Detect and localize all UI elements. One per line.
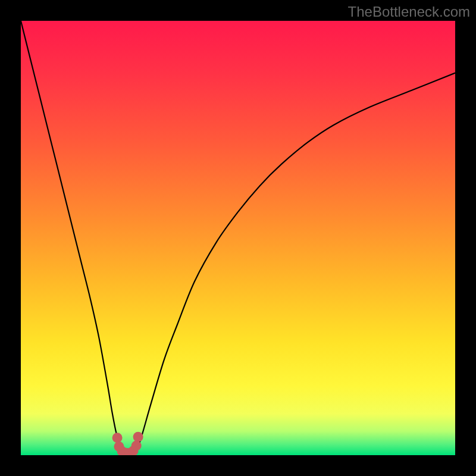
marker-dot bbox=[133, 432, 143, 442]
outer-frame: TheBottleneck.com bbox=[0, 0, 476, 476]
marker-dot bbox=[131, 440, 142, 450]
marker-dot bbox=[112, 433, 123, 443]
plot-area bbox=[21, 21, 455, 455]
gradient-background bbox=[21, 21, 455, 455]
bottleneck-chart bbox=[21, 21, 455, 455]
watermark-text: TheBottleneck.com bbox=[348, 4, 470, 20]
